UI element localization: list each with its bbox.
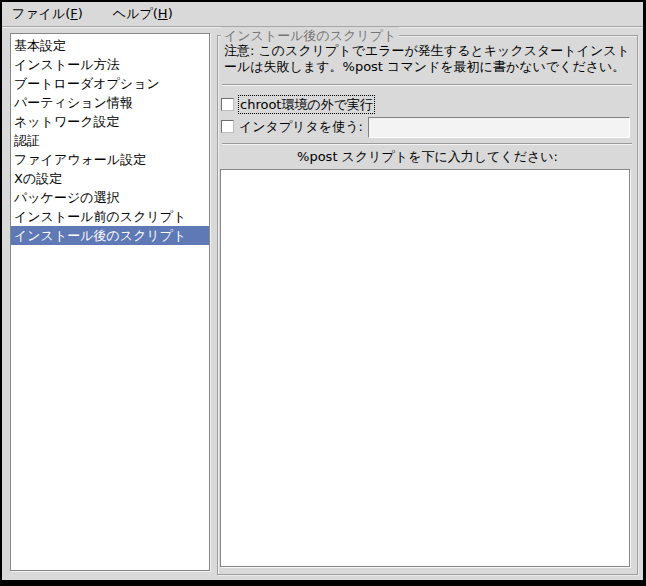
interpreter-checkbox-label[interactable]: インタプリタを使う: <box>238 118 365 135</box>
sidebar-item[interactable]: ファイアウォール設定 <box>11 150 209 169</box>
menu-file-label-close: ) <box>78 6 83 21</box>
warning-notice: 注意: このスクリプトでエラーが発生するとキックスタートインストールは失敗します… <box>224 43 635 75</box>
menu-help-mnemonic: H <box>158 6 168 21</box>
sidebar-item[interactable]: インストール方法 <box>11 55 209 74</box>
interpreter-checkbox-row: インタプリタを使う: <box>221 118 365 135</box>
sidebar-item[interactable]: ブートローダオプション <box>11 74 209 93</box>
menu-help-label-close: ) <box>168 6 173 21</box>
chroot-checkbox[interactable] <box>221 98 234 111</box>
chroot-checkbox-label[interactable]: chroot環境の外で実行 <box>238 95 375 114</box>
script-caption: %post スクリプトを下に入力してください: <box>218 148 637 165</box>
app-window: ファイル(F) ヘルプ(H) 基本設定インストール方法ブートローダオプションパー… <box>0 0 646 586</box>
menu-help[interactable]: ヘルプ(H) <box>113 3 181 25</box>
sidebar-item[interactable]: ネットワーク設定 <box>11 112 209 131</box>
menubar: ファイル(F) ヘルプ(H) <box>2 2 643 27</box>
menu-file[interactable]: ファイル(F) <box>12 3 91 25</box>
post-script-frame: インストール後のスクリプト 注意: このスクリプトでエラーが発生するとキックスタ… <box>217 35 638 575</box>
sidebar-item[interactable]: Xの設定 <box>11 169 209 188</box>
chroot-checkbox-row: chroot環境の外で実行 <box>221 95 375 114</box>
post-script-textarea[interactable] <box>220 169 630 567</box>
window-body: ファイル(F) ヘルプ(H) 基本設定インストール方法ブートローダオプションパー… <box>2 2 643 580</box>
menu-file-mnemonic: F <box>70 6 77 21</box>
menu-file-label: ファイル( <box>12 6 70 21</box>
separator-bottom <box>222 143 632 145</box>
sidebar-item[interactable]: インストール後のスクリプト <box>11 226 209 245</box>
sidebar-item[interactable]: インストール前のスクリプト <box>11 207 209 226</box>
menu-help-label: ヘルプ( <box>113 6 158 21</box>
interpreter-checkbox[interactable] <box>221 120 234 133</box>
sidebar-item[interactable]: 認証 <box>11 131 209 150</box>
sidebar-item[interactable]: パーティション情報 <box>11 93 209 112</box>
interpreter-entry[interactable] <box>368 117 630 138</box>
category-list: 基本設定インストール方法ブートローダオプションパーティション情報ネットワーク設定… <box>10 33 210 571</box>
separator-top <box>222 84 632 86</box>
sidebar-item[interactable]: 基本設定 <box>11 36 209 55</box>
sidebar-item[interactable]: パッケージの選択 <box>11 188 209 207</box>
